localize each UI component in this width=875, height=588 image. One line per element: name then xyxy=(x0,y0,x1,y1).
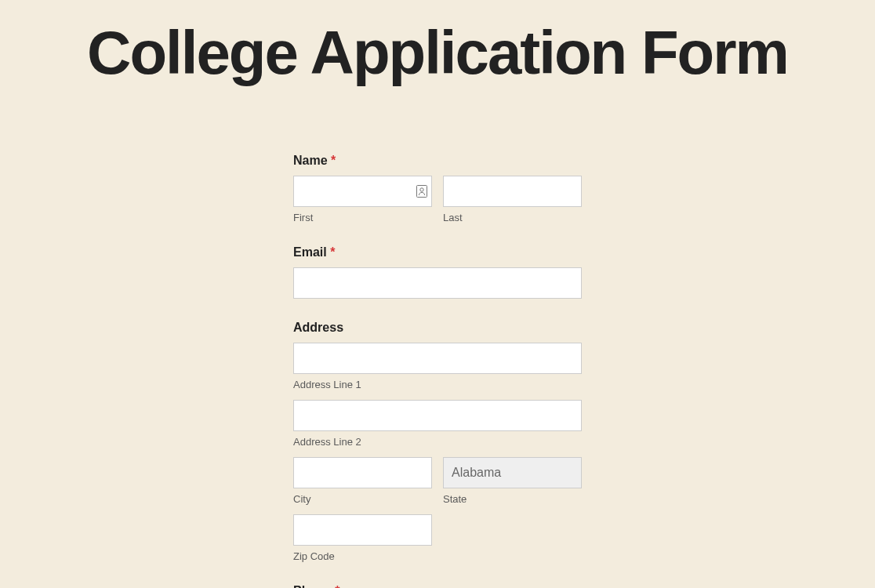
state-selected-value: Alabama xyxy=(452,466,501,480)
first-name-input[interactable] xyxy=(293,176,432,207)
first-name-sublabel: First xyxy=(293,212,432,223)
address-label: Address xyxy=(293,321,343,335)
city-sublabel: City xyxy=(293,493,432,505)
address-line1-sublabel: Address Line 1 xyxy=(293,379,582,390)
address-line1-input[interactable] xyxy=(293,343,582,374)
name-label: Name xyxy=(293,154,328,168)
phone-field-group: Phone * xyxy=(293,584,582,588)
state-select[interactable]: Alabama xyxy=(443,457,582,488)
address-field-group: Address Address Line 1 Address Line 2 Ci… xyxy=(293,321,582,562)
phone-label: Phone xyxy=(293,584,332,588)
email-field-group: Email * xyxy=(293,245,582,299)
required-asterisk-icon: * xyxy=(331,154,336,167)
required-asterisk-icon: * xyxy=(330,245,335,259)
address-line2-input[interactable] xyxy=(293,400,582,431)
page-title: College Application Form xyxy=(0,22,875,83)
application-form: Name * First Las xyxy=(293,154,582,588)
required-asterisk-icon: * xyxy=(335,584,339,588)
state-sublabel: State xyxy=(443,493,582,505)
last-name-sublabel: Last xyxy=(443,212,582,223)
email-label: Email xyxy=(293,245,327,260)
zip-sublabel: Zip Code xyxy=(293,550,432,562)
city-input[interactable] xyxy=(293,457,432,488)
email-input[interactable] xyxy=(293,267,582,299)
name-field-group: Name * First Las xyxy=(293,154,582,223)
zip-input[interactable] xyxy=(293,514,432,546)
last-name-input[interactable] xyxy=(443,176,582,207)
address-line2-sublabel: Address Line 2 xyxy=(293,436,582,448)
